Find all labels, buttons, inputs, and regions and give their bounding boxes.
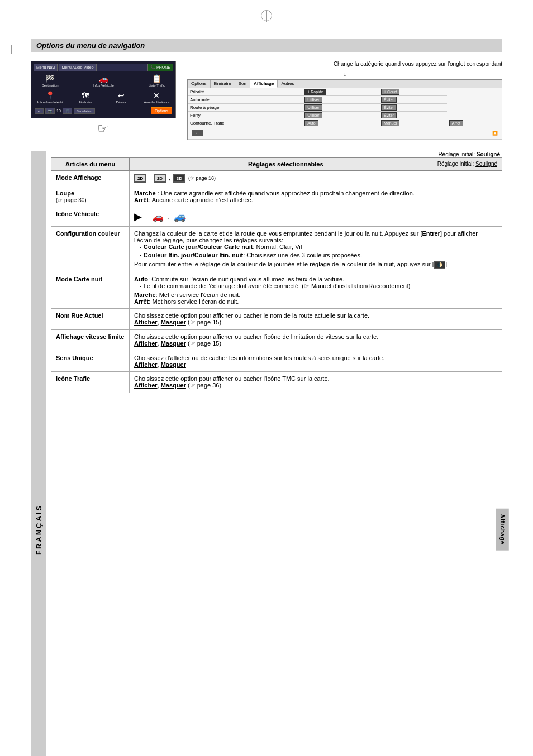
table-inner: Réglage initial: Souligné Articles du me…	[51, 151, 502, 756]
options-content-table: Priorité + Rapide + Court Autoroute Util…	[188, 88, 502, 140]
initial-label: Réglage initial: Souligné	[438, 151, 502, 157]
nav-icons-row1: 🏁 Destination 🚗 Infos Véhicule 📋 Liste T…	[34, 73, 173, 89]
col1-header: Articles du menu	[51, 158, 130, 171]
table-header-labels: Réglage initial: Souligné	[51, 151, 502, 157]
row-vitesse-limite-content: Choisissez cette option pour afficher ou…	[130, 329, 502, 351]
menu-navi-btn[interactable]: Menu Navi	[34, 64, 58, 71]
destination-icon[interactable]: 🏁 Destination	[35, 75, 65, 87]
options-btn[interactable]: Options	[151, 107, 172, 114]
row-icone-vehicule-content: ▶ , 🚗 , 🚙	[130, 207, 502, 227]
nav-icons-row2: 📍 IcônePointIntérêt 🗺 Itinéraire ↩ Détou…	[34, 89, 173, 106]
row-sens-unique-label: Sens Unique	[51, 351, 130, 371]
row-loupe: Loupe (☞ page 30) Marche : Une carte agr…	[51, 186, 502, 207]
menu-audio-btn[interactable]: Menu Audio-Vidéo	[59, 64, 96, 71]
detour-icon[interactable]: ↩ Détour	[106, 92, 136, 104]
tab-affichage[interactable]: Affichage	[250, 80, 278, 88]
row-mode-carte-nuit: Mode Carte nuit Auto: Commute sur l'écra…	[51, 272, 502, 308]
liste-trafic-icon[interactable]: 📋 Liste Trafic	[141, 75, 172, 87]
page-title-text: Options du menu de navigation	[36, 41, 145, 50]
camera-btn[interactable]: 📷	[45, 108, 55, 114]
opt-row-trafic: Contourne. Trafic Auto Manuel Arrêt	[188, 119, 502, 127]
row-nom-rue: Nom Rue Actuel Choisissez cette option p…	[51, 308, 502, 329]
opt-row-autoroute: Autoroute Utiliser Éviter	[188, 96, 502, 104]
row-sens-unique-content: Choisissez d'afficher ou de cacher les i…	[130, 351, 502, 371]
nav-screen-container: Menu Navi Menu Audio-Vidéo 📞 PHONE 🏁 Des…	[31, 61, 176, 136]
reg-mark-left-top	[6, 45, 17, 54]
row-mode-carte-nuit-label: Mode Carte nuit	[51, 272, 130, 308]
opt-row-priorite: Priorité + Rapide + Court	[188, 88, 502, 96]
back-btn[interactable]: ←	[35, 108, 44, 114]
itineraire-icon[interactable]: 🗺 Itinéraire	[70, 92, 101, 104]
row-mode-affichage-label: Mode Affichage	[51, 171, 130, 186]
section-title: Options du menu de navigation	[31, 39, 502, 52]
infos-vehicule-icon[interactable]: 🚗 Infos Véhicule	[88, 75, 119, 87]
main-table: Articles du menu Réglages sélectionnable…	[51, 157, 502, 393]
row-mode-affichage-content: 2D , 2D , 3D (☞ page 16)	[130, 171, 502, 186]
col2-header: Réglages sélectionnables Réglage initial…	[130, 158, 502, 171]
tab-options[interactable]: Options	[188, 80, 211, 88]
simulation-btn[interactable]: Simulation	[74, 108, 95, 114]
row-icone-vehicule-label: Icône Véhicule	[51, 207, 130, 227]
diagram-area: Menu Navi Menu Audio-Vidéo 📞 PHONE 🏁 Des…	[31, 61, 502, 140]
row-icone-trafic-content: Choisissez cette option pour afficher ou…	[130, 371, 502, 393]
row-config-couleur-content: Changez la couleur de la carte et de la …	[130, 227, 502, 272]
row-mode-carte-nuit-content: Auto: Commute sur l'écran de nuit quand …	[130, 272, 502, 308]
table-header-row: Articles du menu Réglages sélectionnable…	[51, 158, 502, 171]
row-nom-rue-content: Choisissez cette option pour afficher ou…	[130, 308, 502, 329]
row-vitesse-limite-label: Affichage vitesse limite	[51, 329, 130, 351]
row-nom-rue-label: Nom Rue Actuel	[51, 308, 130, 329]
page-wrapper: Options du menu de navigation Menu Navi …	[0, 0, 533, 756]
row-config-couleur-label: Configuration couleur	[51, 227, 130, 272]
options-tabs-row: Options Itinéraire Son Affichage Autres	[188, 80, 502, 88]
options-back-btn[interactable]: ←	[192, 130, 203, 136]
options-table: Options Itinéraire Son Affichage Autres …	[187, 79, 502, 140]
opt-back-row: ← 🔼	[188, 127, 502, 140]
tab-autres[interactable]: Autres	[278, 80, 298, 88]
row-loupe-content: Marche : Une carte agrandie est affichée…	[130, 186, 502, 207]
row-icone-trafic: Icône Trafic Choisissez cette option pou…	[51, 371, 502, 393]
row-vitesse-limite: Affichage vitesse limite Choisissez cett…	[51, 329, 502, 351]
poi-icon[interactable]: 📍 IcônePointIntérêt	[35, 92, 65, 104]
nav-top-bar: Menu Navi Menu Audio-Vidéo 📞 PHONE	[34, 64, 173, 71]
tab-itineraire[interactable]: Itinéraire	[211, 80, 235, 88]
opt-row-ferry: Ferry Utiliser Éviter	[188, 112, 502, 119]
nav-screen: Menu Navi Menu Audio-Vidéo 📞 PHONE 🏁 Des…	[31, 61, 176, 118]
row-icone-trafic-label: Icône Trafic	[51, 371, 130, 393]
arrow-indicator: ↓	[187, 70, 502, 78]
phone-btn[interactable]: 📞 PHONE	[147, 64, 173, 71]
hand-pointer: ☞	[31, 121, 176, 136]
row-config-couleur: Configuration couleur Changez la couleur…	[51, 227, 502, 272]
reg-mark-right-top	[516, 45, 527, 54]
caption-text: Change la catégorie quand vous appuyez s…	[187, 61, 502, 67]
annuler-icon[interactable]: ✕ Annuler Itinéraire	[141, 92, 172, 104]
opt-row-peage: Route à péage Utiliser Éviter	[188, 104, 502, 112]
row-loupe-label: Loupe (☞ page 30)	[51, 186, 130, 207]
options-screen-container: Change la catégorie quand vous appuyez s…	[187, 61, 502, 140]
main-content: Options du menu de navigation Menu Navi …	[31, 39, 502, 756]
table-section: FRANÇAIS Réglage initial: Souligné Artic…	[31, 151, 502, 756]
row-sens-unique: Sens Unique Choisissez d'afficher ou de …	[51, 351, 502, 371]
francais-label: FRANÇAIS	[31, 151, 46, 756]
row-mode-affichage: Mode Affichage 2D , 2D , 3D (☞ page 16)	[51, 171, 502, 186]
affichage-sidebar-label: Affichage	[496, 509, 509, 551]
music-btn[interactable]: 🎵	[63, 108, 72, 114]
reg-mark-top	[261, 10, 272, 21]
nav-bottom-bar: ← 📷 10 🎵 Simulation Options	[34, 106, 173, 116]
row-icone-vehicule: Icône Véhicule ▶ , 🚗 , 🚙	[51, 207, 502, 227]
tab-son[interactable]: Son	[235, 80, 250, 88]
